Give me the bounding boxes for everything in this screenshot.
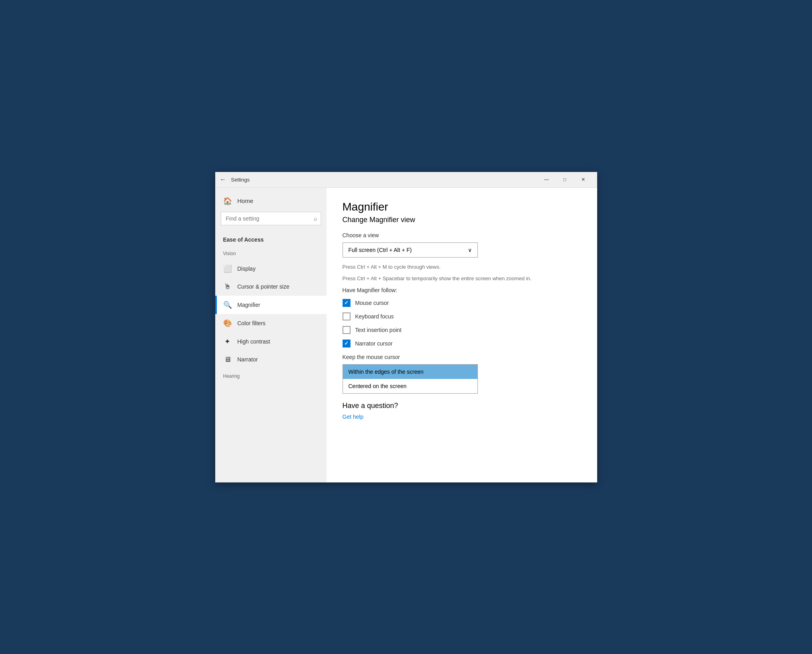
close-button[interactable]: ✕ [574, 172, 592, 187]
checkbox-narrator-cursor-label: Narrator cursor [355, 340, 393, 347]
view-dropdown-value: Full screen (Ctrl + Alt + F) [349, 247, 412, 253]
checkbox-narrator-cursor-input[interactable] [343, 340, 351, 347]
checkbox-mouse-cursor-input[interactable] [343, 299, 351, 307]
home-icon: 🏠 [223, 197, 232, 205]
narrator-icon: 🖥 [223, 355, 232, 364]
search-box: ⌕ [221, 212, 321, 225]
choose-view-label: Choose a view [343, 232, 581, 238]
option-centered[interactable]: Centered on the screen [343, 379, 477, 393]
page-title: Magnifier [343, 201, 581, 213]
checkbox-narrator-cursor[interactable]: Narrator cursor [343, 340, 581, 347]
window-title: Settings [231, 177, 250, 183]
sidebar-item-magnifier-label: Magnifier [238, 302, 261, 308]
checkbox-mouse-cursor[interactable]: Mouse cursor [343, 299, 581, 307]
content-area: 🏠 Home ⌕ Ease of Access Vision ⬜ Display… [215, 188, 597, 482]
checkbox-keyboard-focus-label: Keyboard focus [355, 313, 394, 320]
sidebar-item-cursor-label: Cursor & pointer size [238, 283, 290, 290]
hearing-label: Hearing [215, 369, 327, 382]
minimize-button[interactable]: — [537, 172, 556, 187]
maximize-button[interactable]: □ [556, 172, 574, 187]
sidebar-item-cursor[interactable]: 🖱 Cursor & pointer size [215, 278, 327, 296]
sidebar: 🏠 Home ⌕ Ease of Access Vision ⬜ Display… [215, 188, 327, 482]
magnifier-icon: 🔍 [223, 301, 232, 309]
sidebar-item-narrator[interactable]: 🖥 Narrator [215, 351, 327, 369]
home-label: Home [238, 197, 253, 204]
color-filters-icon: 🎨 [223, 319, 232, 328]
main-content: Magnifier Change Magnifier view Choose a… [327, 188, 597, 482]
sidebar-item-high-contrast-label: High contrast [238, 338, 270, 345]
section-title: Change Magnifier view [343, 216, 581, 224]
chevron-down-icon: ∨ [468, 247, 472, 253]
back-button[interactable]: ← [220, 176, 226, 183]
sidebar-item-display[interactable]: ⬜ Display [215, 260, 327, 278]
get-help-link[interactable]: Get help [343, 414, 364, 420]
mouse-cursor-dropdown[interactable]: Within the edges of the screen Centered … [343, 364, 478, 394]
view-dropdown[interactable]: Full screen (Ctrl + Alt + F) ∨ [343, 242, 478, 258]
settings-window: ← Settings — □ ✕ 🏠 Home ⌕ Ease of Access… [215, 172, 597, 482]
checkbox-keyboard-focus[interactable]: Keyboard focus [343, 312, 581, 320]
hint-text-1: Press Ctrl + Alt + M to cycle through vi… [343, 264, 549, 270]
sidebar-item-narrator-label: Narrator [238, 356, 258, 363]
checkbox-text-insertion-label: Text insertion point [355, 327, 402, 333]
follow-label: Have Magnifier follow: [343, 287, 581, 293]
option-within-edges[interactable]: Within the edges of the screen [343, 365, 477, 379]
sidebar-item-color-filters-label: Color filters [238, 320, 266, 326]
checkbox-mouse-cursor-label: Mouse cursor [355, 300, 389, 306]
sidebar-item-display-label: Display [238, 266, 256, 272]
have-question-heading: Have a question? [343, 402, 581, 410]
sidebar-item-home[interactable]: 🏠 Home [215, 188, 327, 212]
high-contrast-icon: ✦ [223, 337, 232, 346]
cursor-icon: 🖱 [223, 283, 232, 291]
hint-text-2: Press Ctrl + Alt + Spacebar to temporari… [343, 275, 549, 281]
sidebar-section-header: Ease of Access [215, 233, 327, 246]
search-icon: ⌕ [314, 215, 317, 222]
sidebar-item-high-contrast[interactable]: ✦ High contrast [215, 332, 327, 351]
checkbox-keyboard-focus-input[interactable] [343, 312, 351, 320]
checkbox-text-insertion[interactable]: Text insertion point [343, 326, 581, 334]
window-controls: — □ ✕ [537, 172, 592, 187]
sidebar-item-color-filters[interactable]: 🎨 Color filters [215, 314, 327, 332]
mouse-cursor-label: Keep the mouse cursor [343, 354, 581, 360]
search-input[interactable] [221, 212, 321, 225]
checkbox-text-insertion-input[interactable] [343, 326, 351, 334]
vision-label: Vision [215, 246, 327, 260]
title-bar: ← Settings — □ ✕ [215, 172, 597, 188]
sidebar-item-magnifier[interactable]: 🔍 Magnifier [215, 296, 327, 314]
title-bar-left: ← Settings [220, 176, 537, 183]
display-icon: ⬜ [223, 264, 232, 273]
